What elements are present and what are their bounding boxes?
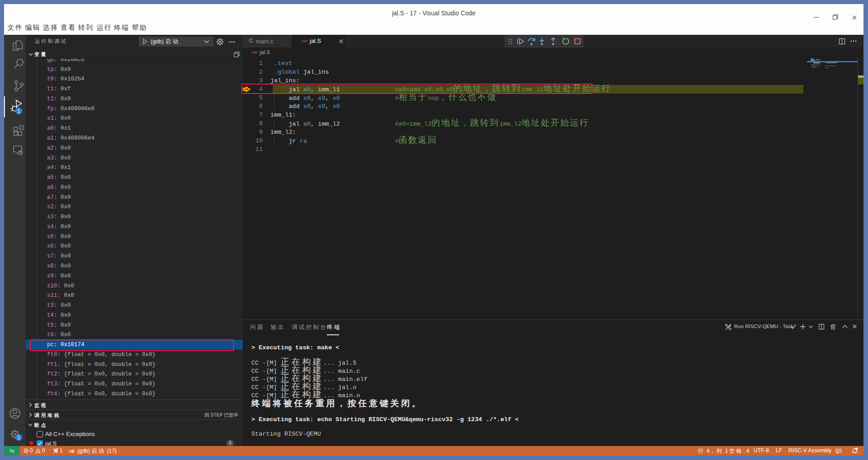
svg-text:1: 1: [18, 108, 20, 114]
svg-text:1: 1: [18, 435, 20, 440]
